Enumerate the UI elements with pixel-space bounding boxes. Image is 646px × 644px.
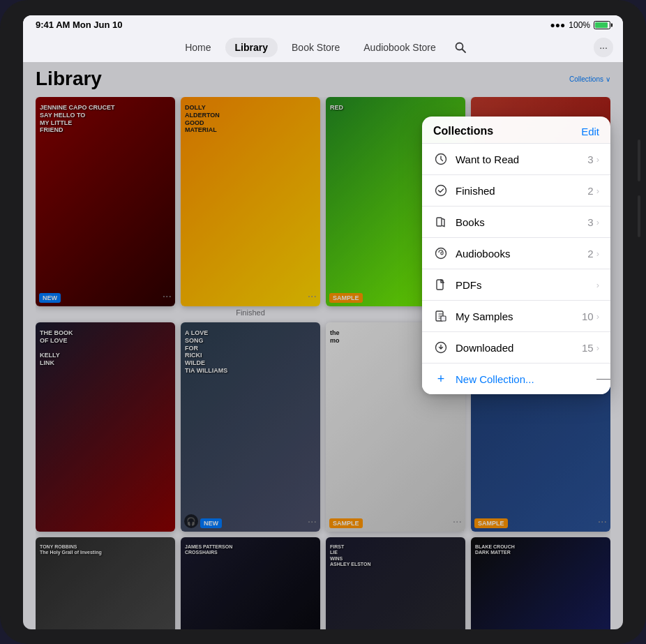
nav-tab-bookstore[interactable]: Book Store	[282, 38, 350, 57]
collection-item-my-samples[interactable]: My Samples 10 ›	[422, 301, 610, 332]
downloaded-label: Downloaded	[456, 342, 582, 354]
more-button[interactable]: ···	[594, 38, 613, 57]
downloaded-icon	[433, 340, 449, 355]
wifi-icon: ●●●	[550, 20, 566, 30]
books-label: Books	[456, 216, 587, 228]
callout-line	[596, 379, 610, 380]
downloaded-count: 15	[582, 342, 594, 354]
pdfs-chevron: ›	[596, 280, 599, 290]
pdfs-icon	[433, 277, 449, 292]
audiobooks-count: 2	[587, 248, 593, 260]
books-count: 3	[587, 216, 593, 228]
collection-item-downloaded[interactable]: Downloaded 15 ›	[422, 332, 610, 364]
nav-tab-audiobookstore[interactable]: Audiobook Store	[354, 38, 446, 57]
finished-chevron: ›	[596, 186, 599, 196]
want-to-read-icon	[433, 151, 449, 167]
want-to-read-count: 3	[587, 153, 593, 165]
svg-point-3	[436, 186, 446, 196]
my-samples-icon	[433, 308, 449, 324]
nav-tab-home[interactable]: Home	[175, 38, 220, 57]
want-to-read-label: Want to Read	[456, 153, 587, 165]
finished-icon	[433, 183, 449, 198]
downloaded-chevron: ›	[596, 343, 599, 353]
more-icon: ···	[599, 42, 608, 53]
dropdown-edit-button[interactable]: Edit	[581, 126, 599, 137]
library-container: Library Collections ∨ JENNINE CAPO CRUCE…	[23, 62, 623, 629]
books-chevron: ›	[596, 217, 599, 227]
collection-item-books[interactable]: Books 3 ›	[422, 207, 610, 238]
battery-text: 100%	[569, 20, 590, 30]
new-collection-item[interactable]: + New Collection...	[422, 364, 610, 394]
collections-dropdown: Collections Edit Want to Read 3 ›	[422, 117, 610, 394]
collection-item-pdfs[interactable]: PDFs ›	[422, 269, 610, 301]
my-samples-count: 10	[582, 310, 594, 322]
battery-fill	[595, 22, 608, 28]
my-samples-label: My Samples	[456, 310, 582, 322]
want-to-read-chevron: ›	[596, 154, 599, 165]
audiobooks-label: Audiobooks	[456, 248, 587, 260]
finished-label: Finished	[456, 185, 587, 197]
volume-down-button[interactable]	[638, 195, 640, 237]
status-right: ●●● 100%	[550, 20, 610, 30]
pdfs-label: PDFs	[456, 279, 594, 291]
dropdown-header: Collections Edit	[422, 117, 610, 144]
battery-icon	[594, 21, 610, 29]
svg-rect-8	[441, 316, 446, 321]
audiobooks-chevron: ›	[596, 248, 599, 259]
dropdown-title: Collections	[433, 125, 493, 137]
my-samples-chevron: ›	[596, 311, 599, 322]
collection-item-audiobooks[interactable]: Audiobooks 2 ›	[422, 238, 610, 269]
status-time: 9:41 AM Mon Jun 10	[36, 20, 122, 30]
svg-rect-4	[437, 218, 442, 226]
collection-item-finished[interactable]: Finished 2 ›	[422, 175, 610, 207]
status-bar: 9:41 AM Mon Jun 10 ●●● 100%	[23, 15, 623, 33]
search-button[interactable]	[450, 37, 471, 58]
new-collection-label: New Collection...	[456, 373, 534, 385]
collection-item-want-to-read[interactable]: Want to Read 3 ›	[422, 144, 610, 175]
svg-line-1	[462, 50, 465, 53]
screen: 9:41 AM Mon Jun 10 ●●● 100% Home Library…	[23, 15, 623, 629]
finished-count: 2	[587, 185, 593, 197]
volume-up-button[interactable]	[638, 140, 640, 181]
nav-tab-library[interactable]: Library	[225, 38, 278, 57]
new-collection-icon: +	[433, 371, 449, 387]
ipad-frame: 9:41 AM Mon Jun 10 ●●● 100% Home Library…	[0, 0, 646, 644]
audiobooks-icon	[433, 246, 449, 261]
books-icon	[433, 214, 449, 230]
nav-bar: Home Library Book Store Audiobook Store …	[23, 33, 623, 62]
